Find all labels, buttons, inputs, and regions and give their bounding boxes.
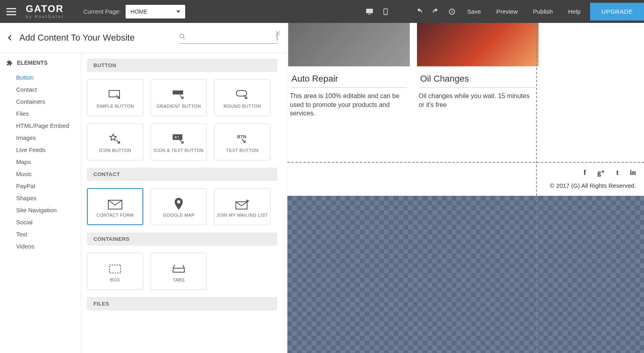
puzzle-icon xyxy=(6,60,13,66)
contact-form-icon xyxy=(107,196,123,213)
close-panel-button[interactable]: ✕ xyxy=(275,29,281,38)
sidebar-item-text[interactable]: Text xyxy=(16,228,81,240)
elements-gallery: BUTTONSIMPLE BUTTONGRADIENT BUTTONROUND … xyxy=(81,53,287,353)
element-card-google-map[interactable]: GOOGLE MAP xyxy=(151,188,207,225)
sidebar-heading: ELEMENTS xyxy=(17,60,47,66)
element-card-tabs[interactable]: TABS xyxy=(151,253,207,290)
page-select-value: HOME xyxy=(130,8,147,15)
join-my-mailing-list-icon xyxy=(234,196,250,213)
sidebar-item-site-navigation[interactable]: Site Navigation xyxy=(16,204,81,216)
sidebar-item-containers[interactable]: Containers xyxy=(16,96,81,108)
desktop-view-button[interactable] xyxy=(365,7,374,16)
element-card-label: ICON BUTTON xyxy=(97,148,133,153)
sidebar-item-social[interactable]: Social xyxy=(16,216,81,228)
history-icon xyxy=(448,8,456,16)
sidebar-item-images[interactable]: Images xyxy=(16,132,81,144)
sidebar-item-live-feeds[interactable]: Live Feeds xyxy=(16,144,81,156)
element-card-contact-form[interactable]: CONTACT FORM xyxy=(87,188,143,225)
history-button[interactable] xyxy=(447,7,456,16)
gradient-button-icon xyxy=(172,87,186,104)
sidebar-item-paypal[interactable]: PayPal xyxy=(16,180,81,192)
section-heading-files: FILES xyxy=(87,297,277,310)
element-card-label: GOOGLE MAP xyxy=(161,213,196,218)
logo-subtext: by HostGator xyxy=(26,14,64,19)
mobile-icon xyxy=(382,7,389,16)
text-button-icon: BTN xyxy=(235,131,249,148)
element-card-label: CONTACT FORM xyxy=(95,213,135,218)
publish-link[interactable]: Publish xyxy=(533,8,553,15)
elements-sidebar: ELEMENTS ButtonContactContainersFilesHTM… xyxy=(0,53,81,353)
element-card-label: TEXT BUTTON xyxy=(225,148,260,153)
svg-rect-6 xyxy=(173,90,183,94)
element-card-gradient-button[interactable]: GRADIENT BUTTON xyxy=(151,79,207,116)
preview-card-text[interactable]: This area is 100% editable and can be us… xyxy=(290,92,407,118)
sidebar-item-music[interactable]: Music xyxy=(16,168,81,180)
preview-link[interactable]: Preview xyxy=(496,8,518,15)
icon-text-button-icon: ★T xyxy=(172,131,186,148)
svg-rect-7 xyxy=(236,90,247,96)
svg-rect-13 xyxy=(109,265,121,273)
svg-rect-0 xyxy=(6,8,16,9)
section-heading-button: BUTTON xyxy=(87,59,277,72)
hamburger-icon xyxy=(6,8,16,15)
sidebar-item-videos[interactable]: Videos xyxy=(16,240,81,252)
element-card-box[interactable]: BOX xyxy=(87,253,143,290)
upgrade-button[interactable]: UPGRADE xyxy=(590,3,644,21)
canvas-background[interactable] xyxy=(287,196,644,353)
element-card-label: JOIN MY MAILING LIST xyxy=(215,213,270,218)
element-card-simple-button[interactable]: SIMPLE BUTTON xyxy=(87,79,143,116)
current-page-label: Current Page: xyxy=(83,8,121,15)
help-link[interactable]: Help xyxy=(568,8,580,15)
preview-image[interactable] xyxy=(288,23,410,66)
facebook-icon[interactable]: f xyxy=(584,168,586,177)
undo-icon xyxy=(415,8,423,16)
redo-button[interactable] xyxy=(431,7,440,16)
twitter-icon[interactable]: t xyxy=(616,168,619,177)
page-select[interactable]: HOME xyxy=(126,5,185,18)
element-card-label: BOX xyxy=(109,277,122,282)
sidebar-item-shapes[interactable]: Shapes xyxy=(16,192,81,204)
svg-rect-2 xyxy=(6,14,16,15)
linkedin-icon[interactable]: in xyxy=(630,168,636,177)
add-content-panel: ✕ Add Content To Your Website ELEMENTS B… xyxy=(0,23,287,353)
svg-point-4 xyxy=(385,13,386,14)
copyright-text: © 2017 (G) All Rights Reserved. xyxy=(550,182,636,189)
element-card-label: SIMPLE BUTTON xyxy=(95,104,136,109)
element-card-text-button[interactable]: BTNTEXT BUTTON xyxy=(214,123,270,160)
section-heading-contact: CONTACT xyxy=(87,168,277,181)
element-card-icon-text-button[interactable]: ★TICON & TEXT BUTTON xyxy=(151,123,207,160)
tabs-icon xyxy=(172,261,185,277)
menu-button[interactable] xyxy=(0,0,23,23)
element-card-label: TABS xyxy=(171,277,186,282)
preview-card-title[interactable]: Oil Changes xyxy=(420,74,539,84)
sidebar-item-button[interactable]: Button xyxy=(16,72,81,84)
element-card-icon-button[interactable]: ICON BUTTON xyxy=(87,123,143,160)
google-plus-icon[interactable]: g⁺ xyxy=(597,168,605,177)
icon-button-icon xyxy=(108,131,122,148)
svg-text:★T: ★T xyxy=(174,135,179,139)
sidebar-item-files[interactable]: Files xyxy=(16,108,81,120)
svg-rect-1 xyxy=(6,11,16,12)
element-card-round-button[interactable]: ROUND BUTTON xyxy=(214,79,270,116)
search-icon xyxy=(179,33,186,40)
logo-text: GATOR xyxy=(26,4,64,14)
search-field[interactable] xyxy=(179,32,277,44)
undo-button[interactable] xyxy=(415,7,424,16)
sidebar-item-maps[interactable]: Maps xyxy=(16,156,81,168)
preview-card-title[interactable]: Auto Repair xyxy=(291,74,410,84)
search-input[interactable] xyxy=(186,32,278,42)
back-button[interactable] xyxy=(3,31,16,44)
preview-card-text[interactable]: Oil changes while you wait. 15 minutes o… xyxy=(419,92,535,109)
logo: GATOR by HostGator xyxy=(23,4,76,19)
preview-image[interactable] xyxy=(417,23,539,66)
save-link[interactable]: Save xyxy=(467,8,481,15)
round-button-icon xyxy=(235,87,249,104)
element-card-join-my-mailing-list[interactable]: JOIN MY MAILING LIST xyxy=(214,188,270,225)
sidebar-item-html-page-embed[interactable]: HTML/Page Embed xyxy=(16,120,81,132)
element-card-label: ROUND BUTTON xyxy=(222,104,262,109)
redo-icon xyxy=(431,8,440,16)
element-card-label: GRADIENT BUTTON xyxy=(155,104,203,109)
site-preview: Auto Repair This area is 100% editable a… xyxy=(287,23,644,353)
mobile-view-button[interactable] xyxy=(381,7,390,16)
sidebar-item-contact[interactable]: Contact xyxy=(16,84,81,96)
